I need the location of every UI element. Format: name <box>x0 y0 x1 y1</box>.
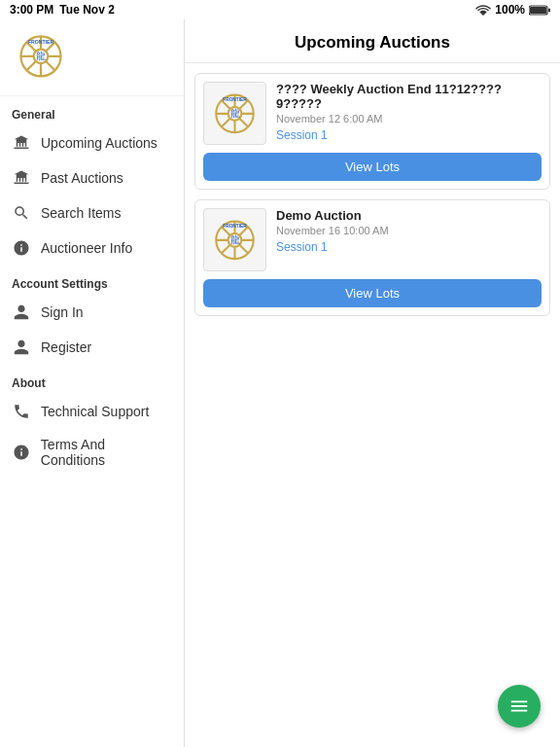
sidebar-item-label: Upcoming Auctions <box>41 135 158 151</box>
auction-card-1: FRONTIER 龍 ???? Weekly Auction End 11?12… <box>194 73 550 190</box>
sidebar-item-past-auctions[interactable]: Past Auctions <box>0 160 184 196</box>
auction-thumbnail-2: FRONTIER 龍 <box>203 208 266 271</box>
main-content: Upcoming Auctions FR <box>185 19 560 747</box>
bank-icon-1 <box>12 133 31 153</box>
list-icon <box>508 695 530 717</box>
auction-title-1: ???? Weekly Auction End 11?12????9????? <box>276 82 542 111</box>
svg-line-12 <box>26 61 36 71</box>
auction-card-2: FRONTIER 龍 Demo Auction November 16 10:0… <box>194 199 550 316</box>
sidebar-logo: FRONTIER 龍 <box>0 19 184 96</box>
auction-date-2: November 16 10:00 AM <box>276 225 542 236</box>
auction-date-1: November 12 6:00 AM <box>276 113 542 124</box>
sidebar-item-auctioneer-info[interactable]: Auctioneer Info <box>0 231 184 266</box>
svg-line-34 <box>239 245 248 254</box>
page-title: Upcoming Auctions <box>185 19 560 63</box>
sidebar-item-label: Past Auctions <box>41 170 123 186</box>
logo-image: FRONTIER 龍 <box>12 29 70 83</box>
view-lots-button-1[interactable]: View Lots <box>203 153 542 181</box>
account-icon-2 <box>12 338 31 357</box>
sidebar-item-sign-in[interactable]: Sign In <box>0 295 184 330</box>
info-icon-2 <box>12 443 31 462</box>
bank-icon-2 <box>12 168 31 188</box>
search-icon <box>12 203 31 223</box>
svg-text:龍: 龍 <box>230 108 240 119</box>
menu-fab[interactable] <box>498 685 541 728</box>
status-date: Tue Nov 2 <box>59 3 114 17</box>
section-label-about: About <box>0 365 184 394</box>
svg-text:FRONTIER: FRONTIER <box>223 224 247 229</box>
auction-title-2: Demo Auction <box>276 208 542 223</box>
sidebar-item-label: Register <box>41 339 91 355</box>
svg-line-10 <box>46 61 55 71</box>
sidebar-item-label: Auctioneer Info <box>41 240 132 256</box>
svg-text:FRONTIER: FRONTIER <box>28 39 53 45</box>
sidebar: FRONTIER 龍 General Upcoming Auctions Pas… <box>0 19 185 747</box>
sidebar-item-label: Sign In <box>41 304 84 320</box>
auction-session-1: Session 1 <box>276 128 542 142</box>
auction-info-1: ???? Weekly Auction End 11?12????9????? … <box>276 82 542 142</box>
auction-info-2: Demo Auction November 16 10:00 AM Sessio… <box>276 208 542 254</box>
svg-rect-2 <box>548 8 550 12</box>
auction-session-2: Session 1 <box>276 240 542 254</box>
wifi-icon <box>475 4 491 16</box>
svg-line-24 <box>222 119 230 127</box>
svg-text:FRONTIER: FRONTIER <box>223 97 247 102</box>
sidebar-item-label: Terms And Conditions <box>41 437 172 468</box>
status-time: 3:00 PM <box>10 3 53 17</box>
svg-text:龍: 龍 <box>230 234 240 245</box>
support-icon <box>12 402 31 421</box>
svg-line-36 <box>222 245 230 254</box>
sidebar-item-terms-conditions[interactable]: Terms And Conditions <box>0 429 184 476</box>
battery-icon <box>529 5 550 16</box>
sidebar-item-upcoming-auctions[interactable]: Upcoming Auctions <box>0 125 184 160</box>
section-label-account: Account Settings <box>0 266 184 295</box>
app-container: FRONTIER 龍 General Upcoming Auctions Pas… <box>0 19 560 747</box>
sidebar-item-label: Search Items <box>41 205 121 221</box>
info-icon-1 <box>12 238 31 258</box>
sidebar-item-technical-support[interactable]: Technical Support <box>0 394 184 429</box>
sidebar-item-register[interactable]: Register <box>0 330 184 365</box>
section-label-general: General <box>0 96 184 125</box>
svg-rect-1 <box>530 7 546 14</box>
svg-text:龍: 龍 <box>36 51 46 61</box>
sidebar-item-search-items[interactable]: Search Items <box>0 196 184 231</box>
view-lots-button-2[interactable]: View Lots <box>203 279 542 307</box>
svg-line-22 <box>239 119 248 127</box>
status-bar: 3:00 PM Tue Nov 2 100% <box>0 0 560 19</box>
sidebar-item-label: Technical Support <box>41 404 149 419</box>
battery-text: 100% <box>495 3 525 17</box>
account-icon-1 <box>12 302 31 322</box>
auction-thumbnail-1: FRONTIER 龍 <box>203 82 266 145</box>
